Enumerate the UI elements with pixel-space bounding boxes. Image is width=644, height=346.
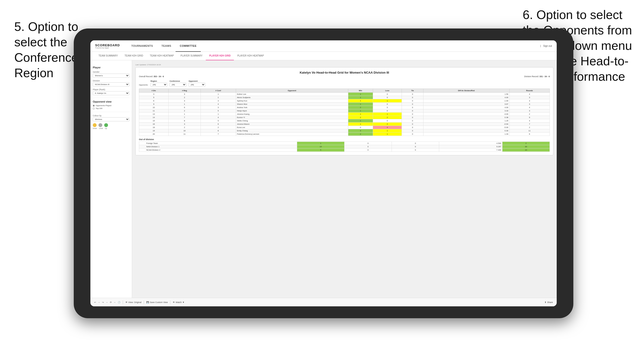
cell-reg: 2 xyxy=(168,126,200,129)
cell-reg: 10 xyxy=(168,129,200,133)
sidebar-division-select[interactable]: NCAA Division III xyxy=(93,82,130,86)
nav-committee[interactable]: COMMITTEE xyxy=(176,40,201,52)
cell-loss: 0 xyxy=(373,93,402,96)
cell-diff: 1.33 xyxy=(423,133,509,136)
separator2: – xyxy=(106,301,108,304)
cell-opponent: Sydney Kuo xyxy=(236,99,348,103)
cell-reg: 2 xyxy=(168,109,200,113)
overall-record: Overall Record: 353 - 34 - 6 xyxy=(139,75,164,78)
cell-div: 16 xyxy=(139,123,169,126)
radio-label-2: Top 100 xyxy=(96,107,102,110)
ood-opponent: NAIA Division 1 xyxy=(139,145,297,149)
share-btn[interactable]: ⬆ Share xyxy=(544,301,553,304)
opponent-filter-select[interactable]: (All) xyxy=(189,83,205,87)
cell-div: 5 xyxy=(139,96,169,99)
main-data-table: # Div # Reg # Conf Opponent Win Loss Tie… xyxy=(139,89,550,136)
ood-win: 15 xyxy=(297,145,344,149)
table-row: 5 2 2 Alexis Sudjianto 1 0 0 4.00 3 xyxy=(139,96,550,99)
view-original-btn[interactable]: 👁 View: Original xyxy=(125,301,141,304)
cell-conf: 2 xyxy=(200,126,236,129)
cell-opponent: Heejo Hyun xyxy=(236,109,348,113)
table-row: 14 7 4 Eunice Yi 2 2 0 0.38 9 xyxy=(139,116,550,119)
ood-tie: 0 xyxy=(392,149,439,152)
ood-tie: 0 xyxy=(392,145,439,149)
sidebar-player-rank-select[interactable]: 8. Katelyn Vo xyxy=(93,91,130,95)
sign-out-link[interactable]: Sign out xyxy=(543,45,552,47)
sub-nav-team-summary[interactable]: TEAM SUMMARY xyxy=(95,52,121,60)
ood-table-row: NCAA Division 2 5 0 0 7.400 10 xyxy=(139,149,550,152)
cell-rounds: 2 xyxy=(509,126,550,129)
cell-diff: 1.50 xyxy=(423,93,509,96)
region-filter-select[interactable]: (All) xyxy=(150,83,167,87)
save-label: Save Custom View xyxy=(150,301,168,304)
table-row: 20 11 7 Federica Domecq Lacroze 2 1 0 1.… xyxy=(139,133,550,136)
watch-label: Watch xyxy=(176,301,182,304)
top-nav: SCOREBOARD Powered by clippd TOURNAMENTS… xyxy=(90,40,557,52)
sidebar-player-rank-label: Player (Rank) xyxy=(93,88,130,91)
watch-chevron: ▼ xyxy=(182,301,184,304)
separator-icon: | xyxy=(540,45,541,47)
save-icon: 💾 xyxy=(146,301,149,304)
cell-tie: 0 xyxy=(402,129,423,133)
col-reg: # Reg xyxy=(168,89,200,93)
cell-opponent: Esther Lee xyxy=(236,93,348,96)
cell-diff: 3.33 xyxy=(423,109,509,113)
tablet-shell: SCOREBOARD Powered by clippd TOURNAMENTS… xyxy=(74,28,573,318)
cell-rounds: 3 xyxy=(509,103,550,106)
cell-div: 3 xyxy=(139,93,169,96)
report-records: Overall Record: 353 - 34 - 6 Division Re… xyxy=(139,75,550,78)
cell-diff: 0.30 xyxy=(423,129,509,133)
col-conf: # Conf xyxy=(200,89,236,93)
col-diff: Diff Av Strokes/Rnd xyxy=(423,89,509,93)
out-of-division-table: Foreign Team 1 0 0 4.500 2 NAIA Division… xyxy=(139,142,550,152)
region-filter-group: Region (All) xyxy=(150,80,167,87)
cell-diff: 1.25 xyxy=(423,119,509,123)
redo-icon[interactable]: ↪ xyxy=(102,301,104,304)
sidebar-colour-select[interactable]: Win/loss xyxy=(93,117,130,121)
table-row: 19 10 6 Emily Chang 4 1 0 0.30 11 xyxy=(139,129,550,133)
history-icon[interactable]: ⟳ xyxy=(110,301,112,304)
separator1: – xyxy=(98,301,100,304)
cell-conf: 3 xyxy=(200,99,236,103)
sub-nav-team-h2h-heatmap[interactable]: TEAM H2H HEATMAP xyxy=(146,52,177,60)
color-legend xyxy=(93,123,130,127)
cell-diff: -0.94 xyxy=(423,123,509,126)
report-title: Katelyn Vo Head-to-Head Grid for Women's… xyxy=(139,71,550,74)
cell-opponent: Federica Domecq Lacroze xyxy=(236,133,348,136)
sub-nav-player-h2h-heatmap[interactable]: PLAYER H2H HEATMAP xyxy=(234,52,267,60)
bottom-toolbar: ↩ – ↪ – ⟳ – 🕐 👁 View: Original 💾 Save Cu… xyxy=(90,298,557,306)
conference-filter-select[interactable]: (All) xyxy=(170,83,186,87)
cell-rounds: 4 xyxy=(509,119,550,123)
clock-icon[interactable]: 🕐 xyxy=(118,301,120,304)
nav-teams[interactable]: TEAMS xyxy=(157,40,176,52)
cell-div: 20 xyxy=(139,133,169,136)
undo-icon[interactable]: ↩ xyxy=(94,301,96,304)
cell-reg: 7 xyxy=(168,116,200,119)
radio-top-100[interactable]: Top 100 xyxy=(93,107,130,110)
nav-right: | Sign out xyxy=(540,45,552,47)
cell-tie: 0 xyxy=(402,96,423,99)
watch-btn[interactable]: 👁 Watch ▼ xyxy=(173,301,184,304)
cell-win: 2 xyxy=(348,106,373,109)
sidebar-colour-by-label: Colour by xyxy=(93,115,130,117)
sub-nav-player-h2h-grid[interactable]: PLAYER H2H GRID xyxy=(206,52,234,60)
dot-up xyxy=(104,123,108,127)
cell-tie: 0 xyxy=(402,133,423,136)
sub-nav-player-summary[interactable]: PLAYER SUMMARY xyxy=(177,52,206,60)
sub-nav-team-h2h-grid[interactable]: TEAM H2H GRID xyxy=(121,52,146,60)
cell-loss: 2 xyxy=(373,123,402,126)
cell-diff: -3.00 xyxy=(423,113,509,116)
nav-items: TOURNAMENTS TEAMS COMMITTEE xyxy=(127,40,540,52)
sidebar: Player Gender Women's Division NCAA Divi… xyxy=(90,60,132,298)
cell-loss: 1 xyxy=(373,99,402,103)
cell-loss: 2 xyxy=(373,116,402,119)
opponents-label: Opponents: xyxy=(139,84,148,86)
radio-opponents-played[interactable]: Opponents Played xyxy=(93,105,130,107)
eye-icon: 👁 xyxy=(125,301,128,304)
cell-rounds: 3 xyxy=(509,99,550,103)
cell-opponent: Emily Chang xyxy=(236,129,348,133)
cell-win: 1 xyxy=(348,113,373,116)
sidebar-gender-select[interactable]: Women's xyxy=(93,74,130,78)
save-custom-view-btn[interactable]: 💾 Save Custom View xyxy=(146,301,168,304)
nav-tournaments[interactable]: TOURNAMENTS xyxy=(127,40,157,52)
